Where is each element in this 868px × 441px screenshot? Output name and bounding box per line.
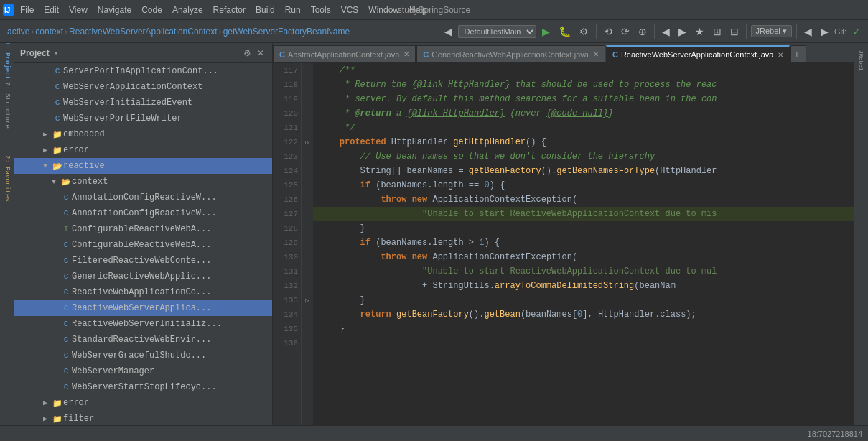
- menu-build[interactable]: Build: [251, 4, 279, 17]
- tree-item-reactivewebserverinit[interactable]: C ReactiveWebServerInitializ...: [14, 316, 272, 332]
- toolbar-btn-2[interactable]: ⟳: [618, 24, 633, 39]
- sidebar-tab-project[interactable]: 1: Project: [1, 46, 13, 75]
- file-icon-c3: C: [52, 98, 63, 107]
- tab-close-reactive[interactable]: ✕: [778, 51, 783, 59]
- folder-icon-context: 📂: [60, 177, 72, 187]
- tab-icon-abstract: C: [279, 50, 285, 59]
- tree-item-webserverinit[interactable]: C WebServerInitializedEvent: [14, 95, 272, 111]
- toolbar-btn-3[interactable]: ⊕: [635, 24, 650, 39]
- side-icons-left: 1: Project 7: Structure 2: Favorites: [0, 43, 14, 425]
- file-icon-ac2: C: [60, 209, 72, 218]
- code-line-118: * Return the {@link HttpHandler} that sh…: [319, 78, 848, 92]
- toolbar-btn-5[interactable]: ▶: [676, 24, 689, 39]
- sidebar-tab-favorites[interactable]: 2: Favorites: [1, 164, 13, 192]
- menu-view[interactable]: View: [65, 4, 92, 17]
- code-line-135: }: [319, 322, 848, 336]
- debug-button[interactable]: 🐛: [556, 24, 574, 39]
- menu-vcs[interactable]: VCS: [337, 4, 363, 17]
- tab-reactive-active[interactable]: C ReactiveWebServerApplicationContext.ja…: [606, 45, 790, 62]
- code-line-127: "Unable to start ReactiveWebApplicationC…: [313, 207, 854, 221]
- tree-item-context[interactable]: ▼ 📂 context: [14, 174, 272, 190]
- toolbar-btn-6[interactable]: ★: [692, 24, 707, 39]
- code-line-117: /**: [319, 63, 848, 78]
- code-line-130: throw new ApplicationContextException(: [319, 250, 848, 264]
- tab-more[interactable]: E: [790, 45, 806, 62]
- tree-item-webserverport[interactable]: C WebServerPortFileWriter: [14, 111, 272, 126]
- code-line-133: }: [319, 293, 848, 307]
- tab-abstract[interactable]: C AbstractApplicationContext.java ✕: [273, 45, 416, 62]
- tree-item-error2[interactable]: ▶ 📁 error: [14, 395, 272, 411]
- file-icon-rwa: C: [60, 288, 72, 297]
- tree-item-annotconfigreact1[interactable]: C AnnotationConfigReactiveW...: [14, 190, 272, 205]
- git-checkmark[interactable]: ✓: [849, 24, 864, 39]
- tree-item-webserverstart[interactable]: C WebServerStartStopLifecyc...: [14, 379, 272, 395]
- tab-generic[interactable]: C GenericReactiveWebApplicationContext.j…: [416, 45, 605, 62]
- tree-item-webservergrace[interactable]: C WebServerGracefulShutdo...: [14, 348, 272, 363]
- run-button[interactable]: ▶: [539, 24, 553, 39]
- tree-item-genericreact[interactable]: C GenericReactiveWebApplic...: [14, 269, 272, 284]
- separator-2: [654, 24, 655, 39]
- menu-analyze[interactable]: Analyze: [168, 4, 207, 17]
- folder-icon-reactive: 📂: [52, 162, 63, 171]
- folder-icon-error2: 📁: [52, 399, 63, 408]
- tree-item-configreact1[interactable]: I ConfigurableReactiveWebA...: [14, 221, 272, 237]
- toolbar-next[interactable]: ▶: [818, 24, 831, 39]
- toolbar-prev[interactable]: ◀: [801, 24, 815, 39]
- menu-tools[interactable]: Tools: [307, 4, 335, 17]
- jrebel-button[interactable]: JRebel ▾: [751, 25, 792, 37]
- code-line-120: * @return a {@link HttpHandler} (never {…: [319, 106, 848, 121]
- arrow-embedded: ▶: [43, 130, 52, 139]
- tree-item-filteredreact[interactable]: C FilteredReactiveWebConte...: [14, 253, 272, 269]
- menu-edit[interactable]: Edit: [39, 4, 63, 17]
- separator-4: [796, 24, 797, 39]
- code-editor[interactable]: 117 118 119 120 121 122 123 124 125 126 …: [273, 63, 854, 425]
- tree-item-reactivewebserver[interactable]: C ReactiveWebServerApplica...: [14, 300, 272, 316]
- toolbar-btn-4[interactable]: ◀: [659, 24, 673, 39]
- toolbar-btn-1[interactable]: ⟲: [601, 24, 615, 39]
- build-button[interactable]: ⚙: [577, 24, 592, 39]
- file-icon-fr: C: [60, 256, 72, 265]
- menu-navigate[interactable]: Navigate: [93, 4, 136, 17]
- back-button[interactable]: ◀: [442, 24, 455, 39]
- file-icon-sre: C: [60, 335, 72, 344]
- tree-item-webservermanager[interactable]: C WebServerManager: [14, 363, 272, 379]
- tree-item-configreact2[interactable]: C ConfigurableReactiveWebA...: [14, 237, 272, 253]
- run-config-select[interactable]: DefaultTestMain: [458, 25, 536, 38]
- panel-actions: ⚙ ✕: [241, 47, 266, 59]
- tree-item-standardreact[interactable]: C StandardReactiveWebEnvir...: [14, 332, 272, 348]
- menu-run[interactable]: Run: [281, 4, 305, 17]
- toolbar-btn-7[interactable]: ⊞: [710, 24, 724, 39]
- file-icon-cr2: C: [60, 241, 72, 249]
- code-line-129: if (beanNames.length > 1) {: [319, 236, 848, 250]
- tree-item-webserver[interactable]: C WebServerApplicationContext: [14, 79, 272, 95]
- tree-item-filter[interactable]: ▶ 📁 filter: [14, 411, 272, 425]
- breadcrumb-class[interactable]: ReactiveWebServerApplicationContext: [69, 27, 218, 37]
- status-position: 18:7027218814: [808, 430, 862, 438]
- sidebar-tab-structure[interactable]: 7: Structure: [1, 90, 13, 119]
- tree-item-error1[interactable]: ▶ 📁 error: [14, 142, 272, 158]
- menu-code[interactable]: Code: [137, 4, 167, 17]
- breadcrumb-context[interactable]: context: [35, 27, 63, 37]
- tab-close-generic[interactable]: ✕: [593, 50, 599, 58]
- sidebar-tab-jrebel[interactable]: JRebel: [856, 46, 867, 75]
- menu-refactor[interactable]: Refactor: [209, 4, 250, 17]
- tree-item-reactive[interactable]: ▼ 📂 reactive: [14, 158, 272, 174]
- panel-gear[interactable]: ⚙: [241, 47, 253, 59]
- code-content[interactable]: /** * Return the {@link HttpHandler} tha…: [313, 63, 854, 425]
- arrow-error2: ▶: [43, 399, 52, 407]
- tab-close-abstract[interactable]: ✕: [403, 50, 409, 58]
- tree-item-reactivewebapp[interactable]: C ReactiveWebApplicationCo...: [14, 284, 272, 300]
- tree-item-embedded[interactable]: ▶ 📁 embedded: [14, 126, 272, 142]
- tree-item-annotconfigreact2[interactable]: C AnnotationConfigReactiveW...: [14, 205, 272, 221]
- breadcrumb-method[interactable]: getWebServerFactoryBeanName: [223, 27, 350, 37]
- menu-file[interactable]: File: [16, 4, 38, 17]
- toolbar-btn-8[interactable]: ⊟: [727, 24, 742, 39]
- menu-bar: IJ File Edit View Navigate Code Analyze …: [0, 0, 868, 20]
- panel-dropdown-arrow[interactable]: ▾: [54, 48, 59, 57]
- breadcrumb-active[interactable]: active: [7, 27, 29, 37]
- app-title: studySpringSource: [398, 5, 470, 15]
- file-icon-c: C: [52, 67, 63, 75]
- panel-close[interactable]: ✕: [255, 47, 266, 59]
- file-tree: C ServerPortInApplicationCont... C WebSe…: [14, 63, 272, 425]
- tree-item-servletport[interactable]: C ServerPortInApplicationCont...: [14, 63, 272, 79]
